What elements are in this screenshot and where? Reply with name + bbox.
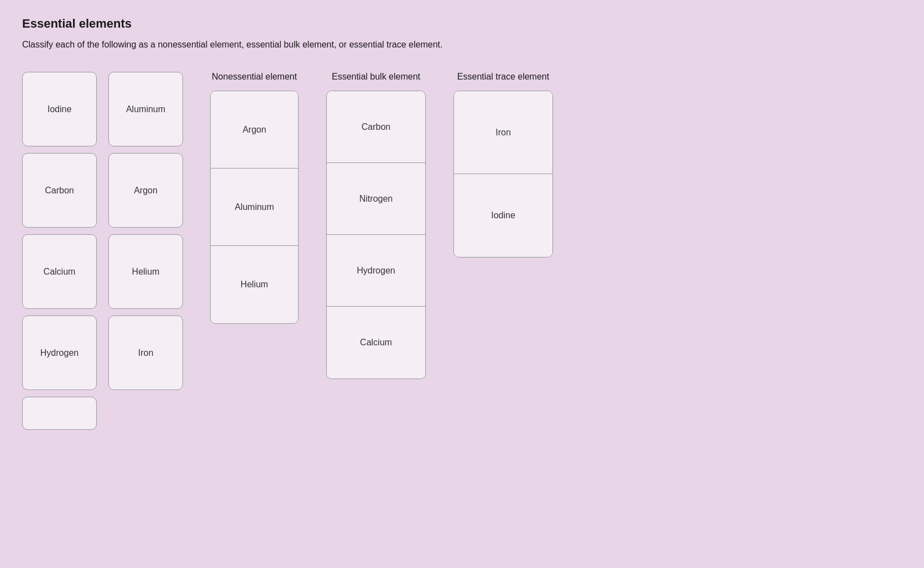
bulk-item-2[interactable]: Hydrogen bbox=[327, 235, 425, 307]
nonessential-item-1[interactable]: Aluminum bbox=[211, 169, 298, 246]
source-aluminum[interactable]: Aluminum bbox=[108, 72, 183, 146]
source-helium[interactable]: Helium bbox=[108, 234, 183, 309]
bulk-item-3[interactable]: Calcium bbox=[327, 307, 425, 378]
source-column: Iodine Aluminum Carbon Argon Calcium Hel… bbox=[22, 72, 188, 430]
trace-item-1[interactable]: Iodine bbox=[454, 174, 552, 257]
trace-zone-container: Essential trace element Iron Iodine bbox=[453, 72, 553, 257]
source-calcium[interactable]: Calcium bbox=[22, 234, 97, 309]
source-iodine[interactable]: Iodine bbox=[22, 72, 97, 146]
bulk-item-1[interactable]: Nitrogen bbox=[327, 163, 425, 235]
nonessential-item-2[interactable]: Helium bbox=[211, 246, 298, 323]
source-carbon[interactable]: Carbon bbox=[22, 153, 97, 228]
source-empty bbox=[22, 397, 97, 430]
nonessential-label: Nonessential element bbox=[212, 72, 297, 82]
bulk-zone-container: Essential bulk element Carbon Nitrogen H… bbox=[326, 72, 426, 379]
main-content: Iodine Aluminum Carbon Argon Calcium Hel… bbox=[22, 72, 902, 430]
page-title: Essential elements bbox=[22, 17, 902, 31]
bulk-label: Essential bulk element bbox=[332, 72, 420, 82]
source-hydrogen[interactable]: Hydrogen bbox=[22, 315, 97, 390]
page-subtitle: Classify each of the following as a none… bbox=[22, 40, 902, 50]
bulk-drop-column[interactable]: Carbon Nitrogen Hydrogen Calcium bbox=[326, 91, 426, 379]
drop-zones: Nonessential element Argon Aluminum Heli… bbox=[210, 72, 553, 379]
bulk-item-0[interactable]: Carbon bbox=[327, 91, 425, 163]
trace-label: Essential trace element bbox=[457, 72, 549, 82]
nonessential-item-0[interactable]: Argon bbox=[211, 91, 298, 169]
source-iron[interactable]: Iron bbox=[108, 315, 183, 390]
nonessential-drop-column[interactable]: Argon Aluminum Helium bbox=[210, 91, 299, 324]
nonessential-zone-container: Nonessential element Argon Aluminum Heli… bbox=[210, 72, 299, 324]
trace-item-0[interactable]: Iron bbox=[454, 91, 552, 174]
trace-drop-column[interactable]: Iron Iodine bbox=[453, 91, 553, 257]
source-argon[interactable]: Argon bbox=[108, 153, 183, 228]
